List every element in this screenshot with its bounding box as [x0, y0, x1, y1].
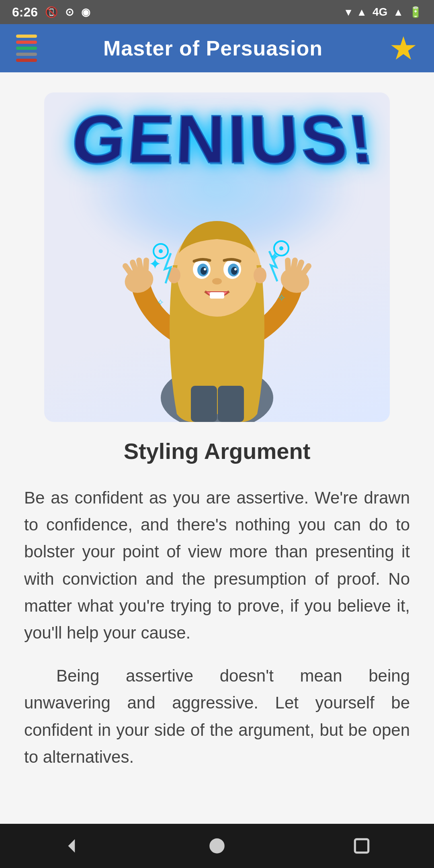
phone-missed-icon: 📵	[45, 6, 58, 18]
svg-point-33	[159, 249, 163, 253]
svg-point-39	[209, 838, 225, 854]
app-bar: Master of Persuasion ★	[0, 24, 434, 72]
svg-rect-40	[355, 839, 368, 852]
svg-rect-25	[210, 292, 224, 299]
menu-line-1	[16, 35, 37, 38]
svg-text:✧: ✧	[157, 297, 164, 307]
svg-line-5	[133, 262, 136, 271]
svg-line-4	[125, 266, 131, 273]
svg-line-10	[298, 262, 301, 271]
genius-image-container: GENIUS!	[44, 92, 390, 422]
battery-icon: 🔋	[409, 6, 422, 18]
genius-text-wrapper: GENIUS!	[72, 104, 362, 173]
pocket-icon: ◉	[81, 6, 90, 18]
svg-line-9	[303, 266, 309, 273]
svg-point-23	[234, 268, 237, 270]
menu-line-3	[16, 47, 37, 50]
body-text: Be as confident as you are assertive. We…	[24, 484, 410, 786]
main-content: GENIUS!	[0, 72, 434, 824]
svg-point-35	[279, 246, 283, 250]
menu-line-4	[16, 53, 37, 56]
svg-line-7	[146, 260, 146, 269]
svg-rect-37	[218, 386, 244, 422]
recent-apps-button[interactable]	[346, 830, 378, 862]
menu-line-5	[16, 59, 37, 62]
svg-text:✧: ✧	[277, 292, 286, 304]
status-time: 6:26	[12, 5, 38, 20]
svg-rect-36	[191, 386, 217, 422]
app-title: Master of Persuasion	[103, 36, 323, 60]
svg-point-24	[212, 278, 222, 285]
back-button[interactable]	[56, 830, 88, 862]
wifi-icon: ▾	[346, 6, 351, 18]
svg-point-20	[201, 267, 207, 275]
chrome-icon: ⊙	[65, 6, 74, 18]
body-paragraph-1: Be as confident as you are assertive. We…	[24, 484, 410, 646]
genius-text: GENIUS!	[68, 106, 379, 173]
svg-point-22	[204, 268, 206, 270]
status-bar: 6:26 📵 ⊙ ◉ ▾ ▲ 4G ▲ 🔋	[0, 0, 434, 24]
nav-bar	[0, 824, 434, 868]
body-paragraph-2: Being assertive doesn't mean being unwav…	[24, 662, 410, 770]
svg-line-11	[293, 260, 295, 269]
svg-line-6	[139, 260, 141, 269]
hamburger-menu-icon[interactable]	[16, 35, 37, 62]
section-title: Styling Argument	[124, 438, 311, 464]
signal-bars-icon: ▲	[393, 6, 403, 18]
svg-line-12	[288, 260, 288, 269]
signal-icon: ▲	[356, 6, 367, 18]
menu-line-2	[16, 41, 37, 44]
svg-point-21	[231, 267, 237, 275]
status-left: 6:26 📵 ⊙ ◉	[12, 5, 90, 20]
status-right: ▾ ▲ 4G ▲ 🔋	[346, 6, 422, 18]
home-button[interactable]	[201, 830, 233, 862]
character-illustration: ✦ ✦ ✧ ✧	[108, 189, 326, 422]
4g-label: 4G	[373, 6, 387, 18]
svg-point-27	[254, 267, 266, 283]
star-favorite-icon[interactable]: ★	[389, 30, 418, 67]
svg-marker-38	[68, 839, 75, 852]
